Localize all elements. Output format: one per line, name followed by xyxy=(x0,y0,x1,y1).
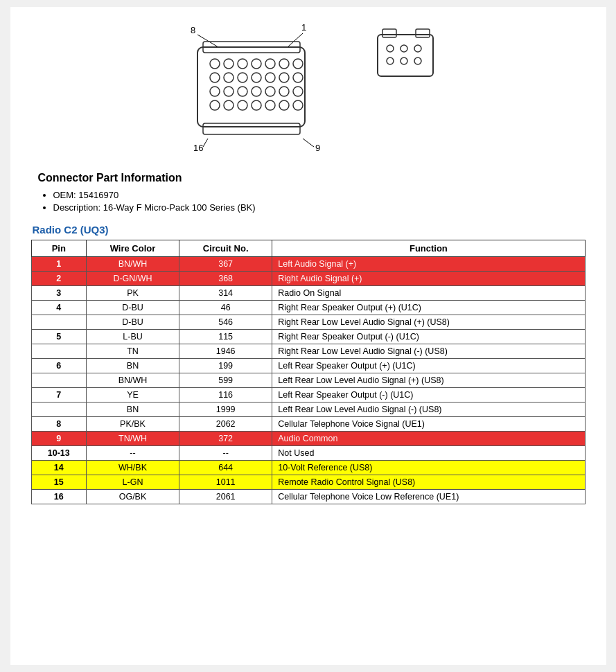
svg-point-21 xyxy=(210,87,220,96)
svg-point-44 xyxy=(414,45,421,52)
svg-rect-40 xyxy=(382,29,396,37)
cell-pin xyxy=(31,373,86,388)
cell-circuit: 644 xyxy=(179,461,272,475)
cell-function: 10-Volt Reference (US8) xyxy=(272,461,585,475)
cell-circuit: 367 xyxy=(179,257,272,272)
cell-wire-color: L-GN xyxy=(86,475,179,490)
cell-pin: 15 xyxy=(31,475,86,490)
cell-pin: 1 xyxy=(31,257,86,272)
svg-line-1 xyxy=(197,35,218,47)
cell-wire-color: D-BU xyxy=(86,301,179,315)
cell-pin xyxy=(31,344,86,359)
table-row: 9TN/WH372Audio Common xyxy=(31,432,585,446)
cell-wire-color: BN/WH xyxy=(86,373,179,388)
cell-pin: 16 xyxy=(31,490,86,504)
svg-point-43 xyxy=(401,45,407,52)
cell-wire-color: PK xyxy=(86,286,179,301)
svg-point-22 xyxy=(224,87,234,96)
cell-function: Radio On Signal xyxy=(272,286,585,301)
cell-circuit: 46 xyxy=(179,301,272,315)
cell-circuit: 1999 xyxy=(179,403,272,417)
cell-circuit: 116 xyxy=(179,388,272,403)
table-row: 3PK314Radio On Signal xyxy=(31,286,585,301)
table-row: 8PK/BK2062Cellular Telephone Voice Signa… xyxy=(31,417,585,432)
svg-point-26 xyxy=(279,87,289,96)
svg-point-13 xyxy=(293,59,303,69)
cell-function: Remote Radio Control Signal (US8) xyxy=(272,475,585,490)
table-header-row: Pin Wire Color Circuit No. Function xyxy=(31,240,585,257)
svg-point-7 xyxy=(210,59,220,69)
page: 8 1 xyxy=(10,7,606,665)
cell-wire-color: YE xyxy=(86,388,179,403)
table-section: Radio C2 (UQ3) Pin Wire Color Circuit No… xyxy=(31,224,586,504)
svg-point-32 xyxy=(265,100,275,110)
svg-point-47 xyxy=(414,58,421,64)
table-row: 4D-BU46Right Rear Speaker Output (+) (U1… xyxy=(31,301,585,315)
svg-rect-41 xyxy=(416,29,430,37)
table-section-title: Radio C2 (UQ3) xyxy=(31,224,586,236)
svg-text:9: 9 xyxy=(315,143,320,153)
cell-circuit: 546 xyxy=(179,315,272,330)
svg-point-10 xyxy=(252,59,261,69)
cell-wire-color: D-BU xyxy=(86,315,179,330)
diagram-svg: 8 1 xyxy=(128,21,489,159)
svg-point-28 xyxy=(210,100,220,110)
cell-function: Audio Common xyxy=(272,432,585,446)
svg-point-18 xyxy=(265,73,275,82)
svg-line-38 xyxy=(303,139,314,147)
cell-pin xyxy=(31,315,86,330)
svg-rect-6 xyxy=(203,123,300,134)
header-function: Function xyxy=(272,240,585,257)
svg-point-12 xyxy=(279,59,289,69)
cell-function: Not Used xyxy=(272,446,585,461)
cell-circuit: 1011 xyxy=(179,475,272,490)
svg-point-19 xyxy=(279,73,289,82)
svg-point-17 xyxy=(252,73,261,82)
svg-point-42 xyxy=(387,45,394,52)
svg-point-27 xyxy=(293,87,303,96)
svg-point-34 xyxy=(293,100,303,110)
cell-function: Right Audio Signal (+) xyxy=(272,272,585,286)
svg-point-46 xyxy=(401,58,407,64)
cell-wire-color: -- xyxy=(86,446,179,461)
table-row: BN/WH599Left Rear Low Level Audio Signal… xyxy=(31,373,585,388)
cell-wire-color: BN xyxy=(86,403,179,417)
cell-circuit: 372 xyxy=(179,432,272,446)
svg-text:16: 16 xyxy=(193,143,203,153)
table-row: 16OG/BK2061Cellular Telephone Voice Low … xyxy=(31,490,585,504)
svg-point-30 xyxy=(238,100,247,110)
cell-function: Right Rear Speaker Output (-) (U1C) xyxy=(272,330,585,344)
svg-point-14 xyxy=(210,73,220,82)
cell-function: Left Audio Signal (+) xyxy=(272,257,585,272)
cell-circuit: -- xyxy=(179,446,272,461)
cell-pin: 9 xyxy=(31,432,86,446)
svg-text:8: 8 xyxy=(191,25,195,35)
cell-pin: 6 xyxy=(31,359,86,373)
cell-pin: 5 xyxy=(31,330,86,344)
cell-function: Left Rear Speaker Output (+) (U1C) xyxy=(272,359,585,373)
cell-wire-color: TN/WH xyxy=(86,432,179,446)
table-row: D-BU546Right Rear Low Level Audio Signal… xyxy=(31,315,585,330)
connector-info-list: OEM: 15416970 Description: 16-Way F Micr… xyxy=(38,190,586,213)
svg-point-45 xyxy=(387,58,394,64)
cell-wire-color: OG/BK xyxy=(86,490,179,504)
table-row: 2D-GN/WH368Right Audio Signal (+) xyxy=(31,272,585,286)
cell-circuit: 314 xyxy=(179,286,272,301)
table-row: 5L-BU115Right Rear Speaker Output (-) (U… xyxy=(31,330,585,344)
cell-pin: 14 xyxy=(31,461,86,475)
table-row: 1BN/WH367Left Audio Signal (+) xyxy=(31,257,585,272)
svg-point-8 xyxy=(224,59,234,69)
svg-point-9 xyxy=(238,59,247,69)
connector-diagram: 8 1 xyxy=(31,21,586,159)
svg-point-24 xyxy=(252,87,261,96)
svg-point-31 xyxy=(252,100,261,110)
cell-circuit: 2061 xyxy=(179,490,272,504)
svg-point-11 xyxy=(265,59,275,69)
svg-point-23 xyxy=(238,87,247,96)
table-row: 15L-GN1011Remote Radio Control Signal (U… xyxy=(31,475,585,490)
header-wire-color: Wire Color xyxy=(86,240,179,257)
table-row: 7YE116Left Rear Speaker Output (-) (U1C) xyxy=(31,388,585,403)
cell-wire-color: WH/BK xyxy=(86,461,179,475)
svg-point-25 xyxy=(265,87,275,96)
svg-point-29 xyxy=(224,100,234,110)
